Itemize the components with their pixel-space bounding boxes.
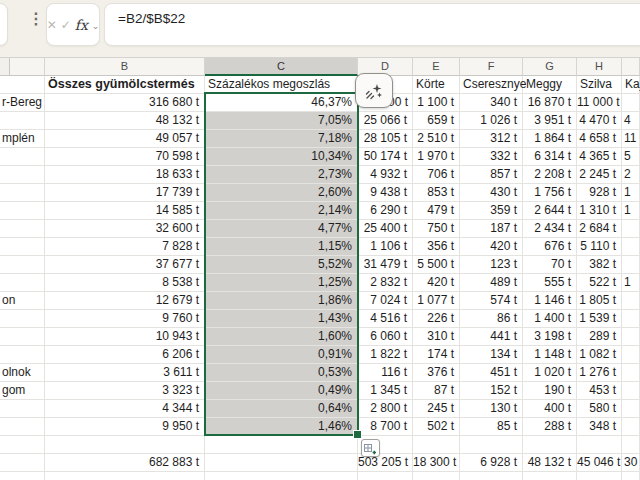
cell-D23[interactable] [358, 472, 413, 480]
cell-A23[interactable] [0, 472, 45, 480]
cell-I12[interactable]: 1 [622, 274, 640, 292]
cell-B11[interactable]: 37 677 t [45, 256, 205, 274]
cell-F6[interactable]: 857 t [460, 166, 523, 184]
cell-H23[interactable] [577, 472, 622, 480]
cell-B19[interactable]: 4 344 t [45, 400, 205, 418]
cell-F19[interactable]: 130 t [460, 400, 523, 418]
cell-C22[interactable] [205, 454, 358, 472]
cell-F5[interactable]: 332 t [460, 148, 523, 166]
cell-B16[interactable]: 6 206 t [45, 346, 205, 364]
cell-B14[interactable]: 9 760 t [45, 310, 205, 328]
chevron-down-icon[interactable]: ⌄ [92, 21, 100, 31]
cell-C4[interactable]: 7,18% [205, 130, 358, 148]
cell-A11[interactable] [0, 256, 45, 274]
cell-G16[interactable]: 1 148 t [523, 346, 577, 364]
cell-F23[interactable] [460, 472, 523, 480]
cell-C3[interactable]: 7,05% [205, 112, 358, 130]
cell-H6[interactable]: 2 245 t [577, 166, 622, 184]
cell-F10[interactable]: 420 t [460, 238, 523, 256]
cell-G3[interactable]: 3 951 t [523, 112, 577, 130]
cell-A10[interactable] [0, 238, 45, 256]
cell-C5[interactable]: 10,34% [205, 148, 358, 166]
cell-D5[interactable]: 50 174 t [358, 148, 413, 166]
cell-H20[interactable]: 348 t [577, 418, 622, 436]
cell-E14[interactable]: 226 t [413, 310, 460, 328]
cell-F14[interactable]: 86 t [460, 310, 523, 328]
cell-E15[interactable]: 310 t [413, 328, 460, 346]
cell-H4[interactable]: 4 658 t [577, 130, 622, 148]
cell-B18[interactable]: 3 323 t [45, 382, 205, 400]
cell-H13[interactable]: 1 805 t [577, 292, 622, 310]
cell-I18[interactable] [622, 382, 640, 400]
cell-H22[interactable]: 45 046 t [577, 454, 622, 472]
cell-F18[interactable]: 152 t [460, 382, 523, 400]
cell-I2[interactable] [622, 94, 640, 112]
cell-D6[interactable]: 4 932 t [358, 166, 413, 184]
cell-F4[interactable]: 312 t [460, 130, 523, 148]
confirm-icon[interactable]: ✓ [61, 18, 71, 32]
cell-G15[interactable]: 3 198 t [523, 328, 577, 346]
drag-handle-icon[interactable]: ⋮ [28, 11, 44, 27]
cell-C12[interactable]: 1,25% [205, 274, 358, 292]
cell-G4[interactable]: 1 864 t [523, 130, 577, 148]
cell-G11[interactable]: 70 t [523, 256, 577, 274]
cell-B22[interactable]: 682 883 t [45, 454, 205, 472]
cell-G12[interactable]: 555 t [523, 274, 577, 292]
cell-I20[interactable] [622, 418, 640, 436]
cell-E13[interactable]: 1 077 t [413, 292, 460, 310]
cell-F21[interactable] [460, 436, 523, 454]
cell-C7[interactable]: 2,60% [205, 184, 358, 202]
cell-B2[interactable]: 316 680 t [45, 94, 205, 112]
cancel-icon[interactable]: ✕ [47, 18, 57, 32]
quick-analysis-button[interactable] [355, 73, 393, 108]
cell-H21[interactable] [577, 436, 622, 454]
cell-G6[interactable]: 2 208 t [523, 166, 577, 184]
cell-G21[interactable] [523, 436, 577, 454]
cell-D20[interactable]: 8 700 t [358, 418, 413, 436]
cell-E5[interactable]: 1 970 t [413, 148, 460, 166]
cell-C20[interactable]: 1,46% [205, 418, 358, 436]
cell-C8[interactable]: 2,14% [205, 202, 358, 220]
cell-H12[interactable]: 522 t [577, 274, 622, 292]
cell-A3[interactable] [0, 112, 45, 130]
column-header-F[interactable]: F [460, 58, 523, 76]
cell-C14[interactable]: 1,43% [205, 310, 358, 328]
cell-C18[interactable]: 0,49% [205, 382, 358, 400]
cell-A9[interactable] [0, 220, 45, 238]
cell-B3[interactable]: 48 132 t [45, 112, 205, 130]
cell-G14[interactable]: 1 400 t [523, 310, 577, 328]
cell-H10[interactable]: 5 110 t [577, 238, 622, 256]
cell-I21[interactable] [622, 436, 640, 454]
cell-C10[interactable]: 1,15% [205, 238, 358, 256]
cell-A6[interactable] [0, 166, 45, 184]
cell-E11[interactable]: 5 500 t [413, 256, 460, 274]
cell-C21[interactable] [205, 436, 358, 454]
cell-E17[interactable]: 376 t [413, 364, 460, 382]
cell-B15[interactable]: 10 943 t [45, 328, 205, 346]
cell-F13[interactable]: 574 t [460, 292, 523, 310]
cell-C16[interactable]: 0,91% [205, 346, 358, 364]
cell-D12[interactable]: 2 832 t [358, 274, 413, 292]
cell-A18[interactable]: gom [0, 382, 45, 400]
cell-G8[interactable]: 2 644 t [523, 202, 577, 220]
cell-B5[interactable]: 70 598 t [45, 148, 205, 166]
cell-C23[interactable] [205, 472, 358, 480]
cell-G13[interactable]: 1 146 t [523, 292, 577, 310]
cell-F3[interactable]: 1 026 t [460, 112, 523, 130]
cell-E9[interactable]: 750 t [413, 220, 460, 238]
cell-D4[interactable]: 28 105 t [358, 130, 413, 148]
cell-E1[interactable]: Körte [413, 76, 460, 94]
cell-I1[interactable]: Kaj [622, 76, 640, 94]
cell-G22[interactable]: 48 132 t [523, 454, 577, 472]
cell-F16[interactable]: 134 t [460, 346, 523, 364]
cell-E20[interactable]: 502 t [413, 418, 460, 436]
cell-I14[interactable] [622, 310, 640, 328]
cell-B9[interactable]: 32 600 t [45, 220, 205, 238]
cell-H18[interactable]: 453 t [577, 382, 622, 400]
cell-C2[interactable]: 46,37% [205, 94, 358, 112]
cell-G20[interactable]: 288 t [523, 418, 577, 436]
cell-E19[interactable]: 245 t [413, 400, 460, 418]
cell-B10[interactable]: 7 828 t [45, 238, 205, 256]
cell-E18[interactable]: 87 t [413, 382, 460, 400]
cell-A22[interactable] [0, 454, 45, 472]
